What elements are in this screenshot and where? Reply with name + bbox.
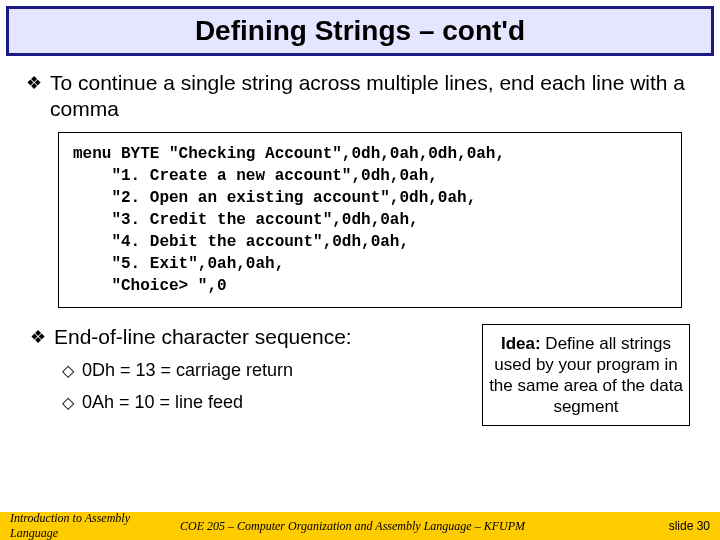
sub-bullet-text: 0Ah = 10 = line feed — [82, 392, 243, 414]
bullet-text: To continue a single string across multi… — [50, 70, 694, 122]
footer-page: slide 30 — [640, 519, 710, 533]
slide-content: ❖ To continue a single string across mul… — [6, 56, 714, 426]
sub-bullet-text: 0Dh = 13 = carriage return — [82, 360, 293, 382]
bullet-item: ❖ End-of-line character sequence: — [30, 324, 464, 350]
title-bar: Defining Strings – cont'd — [6, 6, 714, 56]
slide-title: Defining Strings – cont'd — [9, 9, 711, 53]
idea-label: Idea: — [501, 334, 541, 353]
diamond-icon: ❖ — [26, 70, 42, 96]
code-block: menu BYTE "Checking Account",0dh,0ah,0dh… — [58, 132, 682, 308]
sub-bullet: ◇ 0Ah = 10 = line feed — [62, 392, 464, 414]
diamond-icon: ❖ — [30, 324, 46, 350]
bullet-text: End-of-line character sequence: — [54, 324, 352, 350]
bullet-item: ❖ To continue a single string across mul… — [26, 70, 694, 122]
idea-box: Idea: Define all strings used by your pr… — [482, 324, 690, 426]
footer-mid: COE 205 – Computer Organization and Asse… — [180, 519, 640, 534]
left-column: ❖ End-of-line character sequence: ◇ 0Dh … — [30, 324, 464, 426]
open-diamond-icon: ◇ — [62, 360, 74, 382]
sub-bullet: ◇ 0Dh = 13 = carriage return — [62, 360, 464, 382]
footer-left: Introduction to Assembly Language — [10, 511, 180, 540]
slide-footer: Introduction to Assembly Language COE 20… — [0, 512, 720, 540]
lower-section: ❖ End-of-line character sequence: ◇ 0Dh … — [26, 324, 694, 426]
open-diamond-icon: ◇ — [62, 392, 74, 414]
